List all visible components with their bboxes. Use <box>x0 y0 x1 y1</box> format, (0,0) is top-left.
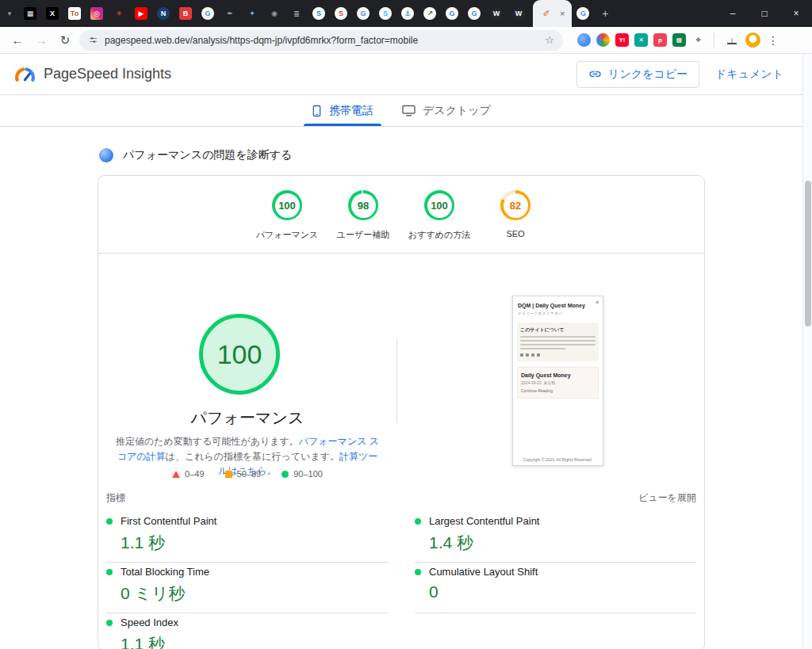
report-area: パフォーマンスの問題を診断する 100 パフォーマンス 98 ユーザー補助 10… <box>0 127 802 649</box>
news-tab: ≣ <box>290 7 303 20</box>
pagespeed-header: PageSpeed Insights リンクをコピー ドキュメント <box>0 54 802 95</box>
green-dot-icon <box>415 569 421 575</box>
page-scrollbar[interactable] <box>802 54 812 649</box>
extensions-row: Y!✕p▦❖ <box>577 33 705 47</box>
green-dot-icon <box>106 620 113 626</box>
legend-pass: 90–100 <box>282 469 323 479</box>
tab-desktop[interactable]: デスクトップ <box>388 95 505 126</box>
page-screenshot-thumbnail: DQM | Daily Quest Money デイリークエストマネー ≡ この… <box>512 296 603 466</box>
tab-close-icon[interactable]: × <box>560 9 565 18</box>
instagram-tab: ◎ <box>90 7 103 20</box>
s-blue-tab: S <box>312 7 325 20</box>
text-skeleton <box>520 344 596 345</box>
browser-menu-icon[interactable]: ⋮ <box>765 34 781 47</box>
score-label: パフォーマンス <box>256 229 319 241</box>
google-tab-after[interactable]: G <box>572 0 594 27</box>
header-actions: リンクをコピー ドキュメント <box>576 61 788 88</box>
minimize-button[interactable]: – <box>717 0 749 27</box>
google-tab-3: G <box>446 7 458 20</box>
legend-fail: 0–49 <box>172 469 204 479</box>
to-site-tab: To <box>68 7 81 20</box>
text-skeleton <box>520 348 565 349</box>
metrics-grid: First Contentful Paint 1.1 秒 Largest Con… <box>106 512 696 649</box>
new-tab-button[interactable]: + <box>594 7 616 20</box>
ext-blue-circle-icon[interactable] <box>577 33 591 47</box>
preview-site-subtitle: デイリークエストマネー <box>518 311 598 315</box>
extensions-puzzle-icon[interactable]: ❖ <box>691 33 705 47</box>
close-button[interactable]: × <box>780 0 812 27</box>
ext-yahoo-icon[interactable]: Y! <box>615 33 629 47</box>
active-tab-favicon: ✐ <box>540 7 553 20</box>
preview-post-link: Continue Reading <box>521 388 595 393</box>
link-icon <box>588 67 602 81</box>
anchor-tab: ⚓ <box>401 7 414 20</box>
browser-navbar: ← → ↻ pagespeed.web.dev/analysis/https-d… <box>0 27 812 54</box>
disclaimer-text: は、これらの指標を基に行っています。 <box>166 451 339 462</box>
copy-link-button[interactable]: リンクをコピー <box>576 61 699 88</box>
url-text[interactable]: pagespeed.web.dev/analysis/https-dqm-jp/… <box>105 35 538 46</box>
score-performance[interactable]: 100 パフォーマンス <box>253 190 321 241</box>
docs-button[interactable]: ドキュメント <box>710 62 788 87</box>
seo-gauge: 82 <box>500 190 530 220</box>
browser-tabs: ▦XTo◎✳▶NBG✒✦◉≣SSGS⚓↗GGWW <box>19 0 530 27</box>
green-dot-icon <box>106 518 113 525</box>
profile-tab: ◉ <box>268 7 281 20</box>
tune-icon[interactable] <box>88 35 98 45</box>
window-controls: – □ × <box>717 0 812 27</box>
forward-button[interactable]: → <box>32 33 51 47</box>
score-best-practices[interactable]: 100 おすすめの方法 <box>405 190 473 241</box>
youtube-tab: ▶ <box>135 7 147 20</box>
reload-button[interactable]: ↻ <box>56 33 75 48</box>
s-red-tab: S <box>335 7 347 20</box>
phone-icon <box>312 105 322 117</box>
pagespeed-logo-icon <box>14 66 36 82</box>
score-accessibility[interactable]: 98 ユーザー補助 <box>329 190 397 241</box>
google-favicon: G <box>576 7 589 20</box>
preview-post-title: Daily Quest Money <box>521 372 595 378</box>
profile-avatar[interactable] <box>745 32 760 48</box>
downloads-icon[interactable]: ↓ <box>723 34 741 47</box>
wordpress-tab-1: W <box>490 7 503 20</box>
ext-grid-green-icon[interactable]: ▦ <box>672 33 686 47</box>
browser-titlebar: ▾ ▦XTo◎✳▶NBG✒✦◉≣SSGS⚓↗GGWW ✐ × G + – □ × <box>0 0 812 27</box>
metric-tbt: Total Blocking Time 0 ミリ秒 <box>106 563 388 613</box>
preview-social-icons <box>520 353 596 357</box>
performance-score-value: 100 <box>217 339 262 370</box>
divider <box>396 339 397 423</box>
ext-teal-icon[interactable]: ✕ <box>634 33 648 47</box>
orange-square-icon <box>225 471 232 478</box>
preview-about-heading: このサイトについて <box>520 326 596 334</box>
expand-view-button[interactable]: ビューを展開 <box>638 491 696 505</box>
active-tab-pagespeed[interactable]: ✐ × <box>533 0 572 27</box>
tab-search-icon[interactable]: ▾ <box>0 10 19 17</box>
score-seo[interactable]: 82 SEO <box>481 190 550 241</box>
metrics-label: 指標 <box>106 491 125 505</box>
s-cyan-tab: S <box>379 7 392 20</box>
device-tab-bar: 携帯電話 デスクトップ <box>0 95 802 127</box>
x-twitter-tab: X <box>46 7 59 20</box>
maximize-button[interactable]: □ <box>749 0 780 27</box>
tab-mobile[interactable]: 携帯電話 <box>297 95 388 126</box>
metrics-header: 指標 ビューを展開 <box>106 491 696 505</box>
google-tab-2: G <box>357 7 370 20</box>
preview-post-meta: 2024-09-23 未分類 <box>521 380 595 385</box>
url-bar[interactable]: pagespeed.web.dev/analysis/https-dqm-jp/… <box>79 30 563 51</box>
diagnose-row: パフォーマンスの問題を診断する <box>99 147 705 162</box>
ext-colorwheel-icon[interactable] <box>596 33 610 47</box>
tab-mobile-label: 携帯電話 <box>329 104 373 118</box>
scrollbar-thumb[interactable] <box>805 181 811 326</box>
blue-gem-tab: ✦ <box>246 7 259 20</box>
back-button[interactable]: ← <box>8 33 27 47</box>
performance-section: 100 パフォーマンス 推定値のため変動する可能性があります。パフォーマンス ス… <box>98 254 704 649</box>
accessibility-gauge: 98 <box>348 190 378 220</box>
green-circle-icon <box>282 471 289 478</box>
score-legend: 0–49 50–89 90–100 <box>98 469 396 479</box>
grid-app-tab: ▦ <box>24 7 36 20</box>
score-label: ユーザー補助 <box>337 229 390 241</box>
n-circle-tab: N <box>157 7 170 20</box>
ext-pocket-icon[interactable]: p <box>653 33 667 47</box>
bookmark-star-icon[interactable]: ☆ <box>545 34 554 46</box>
insights-icon <box>99 148 113 162</box>
toolbar-divider <box>714 33 714 48</box>
diagnose-title: パフォーマンスの問題を診断する <box>123 148 292 162</box>
